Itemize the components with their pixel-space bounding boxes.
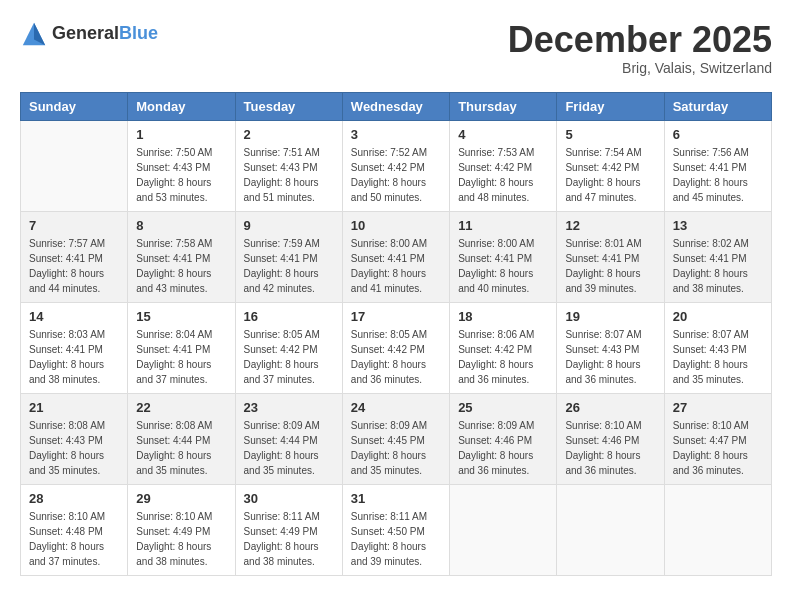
logo-text: GeneralBlue <box>52 24 158 44</box>
day-info: Sunrise: 8:11 AMSunset: 4:49 PMDaylight:… <box>244 509 334 569</box>
day-number: 1 <box>136 127 226 142</box>
day-info: Sunrise: 8:07 AMSunset: 4:43 PMDaylight:… <box>565 327 655 387</box>
logo: GeneralBlue <box>20 20 158 48</box>
day-info: Sunrise: 8:10 AMSunset: 4:48 PMDaylight:… <box>29 509 119 569</box>
day-info: Sunrise: 8:07 AMSunset: 4:43 PMDaylight:… <box>673 327 763 387</box>
day-info: Sunrise: 8:10 AMSunset: 4:46 PMDaylight:… <box>565 418 655 478</box>
calendar-cell: 31Sunrise: 8:11 AMSunset: 4:50 PMDayligh… <box>342 484 449 575</box>
calendar-cell: 22Sunrise: 8:08 AMSunset: 4:44 PMDayligh… <box>128 393 235 484</box>
calendar-cell: 27Sunrise: 8:10 AMSunset: 4:47 PMDayligh… <box>664 393 771 484</box>
day-number: 16 <box>244 309 334 324</box>
day-number: 14 <box>29 309 119 324</box>
day-number: 7 <box>29 218 119 233</box>
day-number: 2 <box>244 127 334 142</box>
day-number: 30 <box>244 491 334 506</box>
calendar-cell: 28Sunrise: 8:10 AMSunset: 4:48 PMDayligh… <box>21 484 128 575</box>
logo-blue-text: Blue <box>119 23 158 43</box>
calendar-cell: 6Sunrise: 7:56 AMSunset: 4:41 PMDaylight… <box>664 120 771 211</box>
calendar-header-friday: Friday <box>557 92 664 120</box>
calendar-cell: 18Sunrise: 8:06 AMSunset: 4:42 PMDayligh… <box>450 302 557 393</box>
day-number: 4 <box>458 127 548 142</box>
day-number: 19 <box>565 309 655 324</box>
day-number: 10 <box>351 218 441 233</box>
calendar-cell: 1Sunrise: 7:50 AMSunset: 4:43 PMDaylight… <box>128 120 235 211</box>
day-info: Sunrise: 8:09 AMSunset: 4:46 PMDaylight:… <box>458 418 548 478</box>
day-number: 21 <box>29 400 119 415</box>
day-number: 26 <box>565 400 655 415</box>
day-info: Sunrise: 7:52 AMSunset: 4:42 PMDaylight:… <box>351 145 441 205</box>
day-number: 5 <box>565 127 655 142</box>
day-number: 3 <box>351 127 441 142</box>
calendar-table: SundayMondayTuesdayWednesdayThursdayFrid… <box>20 92 772 576</box>
day-info: Sunrise: 8:10 AMSunset: 4:47 PMDaylight:… <box>673 418 763 478</box>
calendar-cell <box>664 484 771 575</box>
calendar-week-row: 28Sunrise: 8:10 AMSunset: 4:48 PMDayligh… <box>21 484 772 575</box>
calendar-cell: 12Sunrise: 8:01 AMSunset: 4:41 PMDayligh… <box>557 211 664 302</box>
calendar-header-saturday: Saturday <box>664 92 771 120</box>
day-info: Sunrise: 7:59 AMSunset: 4:41 PMDaylight:… <box>244 236 334 296</box>
calendar-header-thursday: Thursday <box>450 92 557 120</box>
day-info: Sunrise: 7:51 AMSunset: 4:43 PMDaylight:… <box>244 145 334 205</box>
calendar-cell: 17Sunrise: 8:05 AMSunset: 4:42 PMDayligh… <box>342 302 449 393</box>
logo-icon <box>20 20 48 48</box>
day-number: 18 <box>458 309 548 324</box>
day-number: 31 <box>351 491 441 506</box>
day-number: 28 <box>29 491 119 506</box>
calendar-cell <box>21 120 128 211</box>
calendar-cell: 11Sunrise: 8:00 AMSunset: 4:41 PMDayligh… <box>450 211 557 302</box>
day-info: Sunrise: 7:50 AMSunset: 4:43 PMDaylight:… <box>136 145 226 205</box>
day-info: Sunrise: 7:57 AMSunset: 4:41 PMDaylight:… <box>29 236 119 296</box>
day-info: Sunrise: 8:08 AMSunset: 4:43 PMDaylight:… <box>29 418 119 478</box>
calendar-cell: 29Sunrise: 8:10 AMSunset: 4:49 PMDayligh… <box>128 484 235 575</box>
day-info: Sunrise: 7:58 AMSunset: 4:41 PMDaylight:… <box>136 236 226 296</box>
calendar-cell: 30Sunrise: 8:11 AMSunset: 4:49 PMDayligh… <box>235 484 342 575</box>
calendar-cell: 14Sunrise: 8:03 AMSunset: 4:41 PMDayligh… <box>21 302 128 393</box>
day-info: Sunrise: 8:00 AMSunset: 4:41 PMDaylight:… <box>458 236 548 296</box>
calendar-header-monday: Monday <box>128 92 235 120</box>
day-info: Sunrise: 8:08 AMSunset: 4:44 PMDaylight:… <box>136 418 226 478</box>
calendar-week-row: 21Sunrise: 8:08 AMSunset: 4:43 PMDayligh… <box>21 393 772 484</box>
calendar-cell: 8Sunrise: 7:58 AMSunset: 4:41 PMDaylight… <box>128 211 235 302</box>
day-number: 22 <box>136 400 226 415</box>
calendar-header-sunday: Sunday <box>21 92 128 120</box>
day-number: 27 <box>673 400 763 415</box>
day-number: 9 <box>244 218 334 233</box>
calendar-cell: 21Sunrise: 8:08 AMSunset: 4:43 PMDayligh… <box>21 393 128 484</box>
day-number: 17 <box>351 309 441 324</box>
day-info: Sunrise: 8:01 AMSunset: 4:41 PMDaylight:… <box>565 236 655 296</box>
calendar-header-row: SundayMondayTuesdayWednesdayThursdayFrid… <box>21 92 772 120</box>
day-info: Sunrise: 8:09 AMSunset: 4:44 PMDaylight:… <box>244 418 334 478</box>
day-info: Sunrise: 8:10 AMSunset: 4:49 PMDaylight:… <box>136 509 226 569</box>
day-number: 13 <box>673 218 763 233</box>
logo-general: GeneralBlue <box>52 24 158 44</box>
day-info: Sunrise: 8:05 AMSunset: 4:42 PMDaylight:… <box>244 327 334 387</box>
calendar-cell: 23Sunrise: 8:09 AMSunset: 4:44 PMDayligh… <box>235 393 342 484</box>
calendar-week-row: 1Sunrise: 7:50 AMSunset: 4:43 PMDaylight… <box>21 120 772 211</box>
day-info: Sunrise: 8:11 AMSunset: 4:50 PMDaylight:… <box>351 509 441 569</box>
calendar-cell: 16Sunrise: 8:05 AMSunset: 4:42 PMDayligh… <box>235 302 342 393</box>
day-info: Sunrise: 8:05 AMSunset: 4:42 PMDaylight:… <box>351 327 441 387</box>
calendar-cell: 25Sunrise: 8:09 AMSunset: 4:46 PMDayligh… <box>450 393 557 484</box>
title-section: December 2025 Brig, Valais, Switzerland <box>508 20 772 76</box>
day-number: 24 <box>351 400 441 415</box>
calendar-cell: 10Sunrise: 8:00 AMSunset: 4:41 PMDayligh… <box>342 211 449 302</box>
logo-general-text: General <box>52 23 119 43</box>
calendar-cell: 3Sunrise: 7:52 AMSunset: 4:42 PMDaylight… <box>342 120 449 211</box>
day-number: 29 <box>136 491 226 506</box>
calendar-cell: 4Sunrise: 7:53 AMSunset: 4:42 PMDaylight… <box>450 120 557 211</box>
day-info: Sunrise: 8:02 AMSunset: 4:41 PMDaylight:… <box>673 236 763 296</box>
calendar-cell: 5Sunrise: 7:54 AMSunset: 4:42 PMDaylight… <box>557 120 664 211</box>
day-number: 15 <box>136 309 226 324</box>
calendar-week-row: 7Sunrise: 7:57 AMSunset: 4:41 PMDaylight… <box>21 211 772 302</box>
day-number: 23 <box>244 400 334 415</box>
day-info: Sunrise: 8:09 AMSunset: 4:45 PMDaylight:… <box>351 418 441 478</box>
day-number: 20 <box>673 309 763 324</box>
day-info: Sunrise: 8:06 AMSunset: 4:42 PMDaylight:… <box>458 327 548 387</box>
day-info: Sunrise: 7:54 AMSunset: 4:42 PMDaylight:… <box>565 145 655 205</box>
day-number: 6 <box>673 127 763 142</box>
day-info: Sunrise: 7:56 AMSunset: 4:41 PMDaylight:… <box>673 145 763 205</box>
calendar-cell <box>450 484 557 575</box>
calendar-week-row: 14Sunrise: 8:03 AMSunset: 4:41 PMDayligh… <box>21 302 772 393</box>
day-number: 11 <box>458 218 548 233</box>
page-header: GeneralBlue December 2025 Brig, Valais, … <box>20 20 772 76</box>
